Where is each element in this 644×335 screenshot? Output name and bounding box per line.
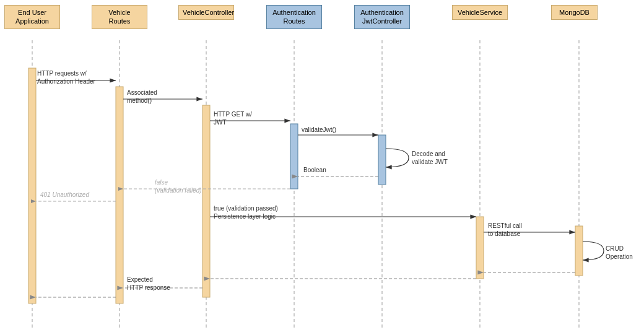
label-msg5: Decode andvalidate JWT (412, 150, 448, 166)
svg-rect-12 (116, 87, 123, 303)
actor-vehicle-service: VehicleService (452, 5, 508, 20)
svg-rect-14 (290, 124, 298, 189)
label-msg7: false(validation failed) (155, 178, 202, 194)
svg-rect-16 (476, 217, 484, 279)
label-msg1: HTTP requests w/Authorization Header (37, 69, 95, 85)
label-msg2: Associatedmethod() (127, 89, 157, 105)
label-msg8: 401 Unauthorized (40, 191, 89, 199)
sequence-diagram: End UserApplication VehicleRoutes Vehicl… (0, 0, 644, 335)
actor-end-user: End UserApplication (4, 5, 60, 29)
actor-auth-routes: AuthenticationRoutes (266, 5, 322, 29)
svg-rect-11 (28, 68, 36, 303)
svg-rect-15 (378, 135, 386, 185)
label-msg6: Boolean (303, 166, 326, 174)
actor-vehicle-routes: VehicleRoutes (92, 5, 147, 29)
label-msg9: true (validation passed)Persistence laye… (214, 204, 278, 220)
actor-mongodb: MongoDB (551, 5, 598, 20)
label-msg11: CRUDOperation (606, 245, 633, 261)
actor-auth-jwt: AuthenticationJwtController (354, 5, 410, 29)
svg-rect-13 (202, 105, 210, 297)
label-msg10: RESTful callto database (488, 222, 522, 238)
actor-vehicle-controller: VehicleController (178, 5, 234, 20)
label-msg13: ExpectedHTTP response (127, 276, 170, 292)
label-msg4: validateJwt() (302, 126, 336, 134)
svg-rect-17 (575, 226, 583, 276)
label-msg3: HTTP GET w/JWT (214, 110, 252, 126)
